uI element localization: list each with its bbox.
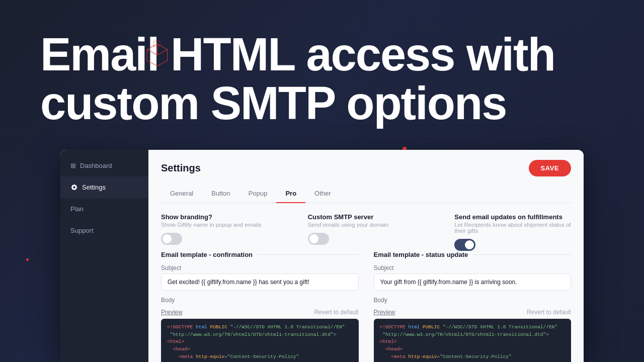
toggle-knob	[309, 234, 318, 243]
main-content: Settings SAVE General Button Popup Pro O…	[148, 150, 584, 362]
body-links-status: Preview Revert to default	[374, 309, 572, 316]
subject-input-status[interactable]	[374, 274, 572, 291]
code-editor-confirmation[interactable]: <!DOCTYPE html PUBLIC "-//W3C//DTD XHTML…	[161, 319, 359, 362]
toggles-row: Show branding? Show Giftify name in popu…	[161, 213, 571, 251]
red-dot-2	[26, 258, 29, 261]
app-window: ⊞ Dashboard Settings Plan Support Settin…	[60, 150, 584, 362]
email-template-status-update: Email template - status update Subject B…	[374, 251, 572, 362]
sidebar-item-dashboard[interactable]: ⊞ Dashboard	[60, 155, 148, 176]
toggle-email-updates-switch[interactable]	[454, 239, 475, 251]
svg-line-9	[604, 75, 644, 141]
subject-input-confirmation[interactable]	[161, 274, 359, 291]
toggle-show-branding: Show branding? Show Giftify name in popu…	[161, 213, 278, 251]
tab-button[interactable]: Button	[202, 185, 239, 203]
sidebar: ⊞ Dashboard Settings Plan Support	[60, 150, 148, 362]
tab-pro[interactable]: Pro	[276, 185, 305, 203]
page-title: Settings	[161, 162, 201, 174]
toggle-branding-switch[interactable]	[161, 233, 182, 245]
template-divider-status	[473, 254, 571, 255]
hero-section: Email HTML access with custom SMTP optio…	[40, 30, 604, 127]
hero-title: Email HTML access with custom SMTP optio…	[40, 30, 604, 127]
svg-line-27	[157, 49, 168, 55]
toggle-knob	[465, 240, 474, 249]
tab-other[interactable]: Other	[305, 185, 340, 203]
settings-header: Settings SAVE	[161, 160, 571, 176]
template-header-confirmation: Email template - confirmation	[161, 251, 359, 258]
sidebar-item-support[interactable]: Support	[60, 220, 148, 241]
dashboard-icon: ⊞	[70, 162, 76, 169]
preview-link-confirmation[interactable]: Preview	[161, 309, 183, 316]
svg-line-15	[0, 327, 25, 362]
sidebar-item-settings[interactable]: Settings	[60, 176, 148, 198]
tabs-bar: General Button Popup Pro Other	[161, 185, 571, 203]
body-actions-status: Body	[374, 297, 572, 306]
tab-popup[interactable]: Popup	[239, 185, 277, 203]
toggle-custom-smtp: Custom SMTP server Send emails using you…	[308, 213, 425, 251]
hero-box-icon	[143, 40, 171, 68]
tab-general[interactable]: General	[161, 185, 202, 203]
toggle-smtp-switch[interactable]	[308, 233, 329, 245]
body-actions-confirmation: Body	[161, 297, 359, 306]
preview-link-status[interactable]: Preview	[374, 309, 395, 316]
toggle-email-updates: Send email updates on fulfillments Let R…	[454, 213, 571, 251]
revert-link-confirmation[interactable]: Revert to default	[314, 309, 358, 316]
code-editor-status[interactable]: <!DOCTYPE html PUBLIC "-//W3C//DTD XHTML…	[374, 319, 572, 362]
svg-line-10	[629, 101, 644, 141]
toggle-knob	[163, 234, 172, 243]
gear-icon	[70, 184, 78, 191]
sidebar-item-plan[interactable]: Plan	[60, 198, 148, 220]
revert-link-status[interactable]: Revert to default	[527, 309, 571, 316]
template-divider	[258, 254, 358, 255]
svg-line-28	[147, 49, 157, 55]
email-template-confirmation: Email template - confirmation Subject Bo…	[161, 251, 359, 362]
body-links-confirmation: Preview Revert to default	[161, 309, 359, 316]
template-header-status: Email template - status update	[374, 251, 572, 258]
save-button[interactable]: SAVE	[529, 160, 571, 176]
svg-line-5	[579, 0, 644, 15]
email-templates-row: Email template - confirmation Subject Bo…	[161, 251, 571, 362]
